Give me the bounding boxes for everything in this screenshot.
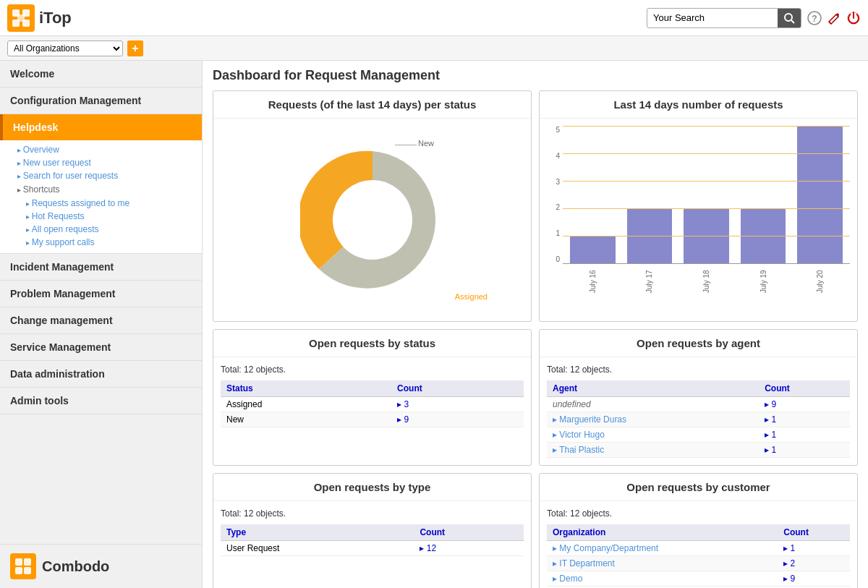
count-assigned[interactable]: 3 xyxy=(391,397,524,412)
org-it-dept[interactable]: IT Department xyxy=(547,556,778,571)
svg-point-15 xyxy=(333,180,412,260)
org-selector[interactable]: All Organizations xyxy=(7,41,123,56)
org-add-button[interactable]: + xyxy=(127,41,143,56)
page-title: Dashboard for Request Management xyxy=(213,68,858,83)
count-marguerite[interactable]: 1 xyxy=(759,412,850,427)
x-label-2: July 17 xyxy=(627,267,673,298)
panel-by-type: Open requests by type Total: 12 objects.… xyxy=(213,473,532,588)
edit-button[interactable] xyxy=(827,12,841,25)
search-icon xyxy=(783,12,795,24)
sidebar-section-change: Change management xyxy=(0,307,202,334)
logo-text: iTop xyxy=(39,9,72,27)
sidebar-link-requests-assigned[interactable]: Requests assigned to me xyxy=(12,197,202,210)
org-demo[interactable]: Demo xyxy=(547,571,778,587)
svg-line-9 xyxy=(829,22,831,24)
sidebar-item-data[interactable]: Data administration xyxy=(0,361,202,387)
helpdesk-submenu: Overview New user request Search for use… xyxy=(0,140,202,253)
combodo-logo-box xyxy=(10,553,36,579)
svg-rect-13 xyxy=(15,567,22,574)
sidebar-footer: Combodo xyxy=(0,544,202,588)
sidebar-item-change[interactable]: Change management xyxy=(0,307,202,333)
bar-wrap-2 xyxy=(627,208,673,263)
sidebar-link-overview[interactable]: Overview xyxy=(12,143,202,156)
panel-by-customer: Open requests by customer Total: 12 obje… xyxy=(539,473,858,588)
org-col-header: Organization xyxy=(547,524,778,541)
x-label-3: July 18 xyxy=(684,267,729,298)
pie-chart-svg xyxy=(300,148,445,292)
pencil-icon xyxy=(827,12,841,25)
logo-icon xyxy=(11,8,31,28)
y-label-0: 0 xyxy=(547,255,560,263)
type-user-request: User Request xyxy=(221,541,414,556)
agent-table-header: Agent Count xyxy=(547,380,850,397)
dashboard-grid: Requests (of the last 14 days) per statu… xyxy=(213,90,858,588)
sidebar-section-data: Data administration xyxy=(0,361,202,388)
sidebar-item-problem[interactable]: Problem Management xyxy=(0,281,202,307)
search-input[interactable] xyxy=(647,9,778,26)
sidebar-item-helpdesk[interactable]: Helpdesk xyxy=(0,114,202,140)
y-label-2: 2 xyxy=(547,203,560,211)
combodo-text: Combodo xyxy=(42,558,109,575)
sidebar-link-hot-requests[interactable]: Hot Requests xyxy=(12,210,202,223)
count-demo[interactable]: 9 xyxy=(778,571,850,587)
sidebar-link-search-user-requests[interactable]: Search for user requests xyxy=(12,169,202,182)
status-new: New xyxy=(221,412,391,427)
status-total: Total: 12 objects. xyxy=(221,365,524,375)
svg-point-5 xyxy=(785,14,792,21)
search-box xyxy=(647,8,801,28)
count-undefined[interactable]: 9 xyxy=(759,397,850,412)
agent-thai[interactable]: Thai Plastic xyxy=(547,443,759,458)
customer-table-header: Organization Count xyxy=(547,524,850,541)
bar-wrap-4 xyxy=(741,208,786,263)
table-row: IT Department 2 xyxy=(547,556,850,571)
panel-by-agent: Open requests by agent Total: 12 objects… xyxy=(539,329,858,466)
table-row: Victor Hugo 1 xyxy=(547,427,850,443)
search-button[interactable] xyxy=(778,9,801,27)
help-icon: ? xyxy=(807,11,822,25)
svg-text:?: ? xyxy=(812,14,817,24)
logo-area: iTop xyxy=(7,4,72,32)
table-row: My Company/Department 1 xyxy=(547,541,850,556)
status-assigned: Assigned xyxy=(221,397,391,412)
table-row: undefined 9 xyxy=(547,397,850,412)
table-row: Assigned 3 xyxy=(221,397,524,412)
y-axis: 5 4 3 2 1 0 xyxy=(547,126,560,263)
table-row: New 9 xyxy=(221,412,524,427)
org-my-company[interactable]: My Company/Department xyxy=(547,541,778,556)
sidebar-item-welcome[interactable]: Welcome xyxy=(0,61,202,87)
agent-marguerite[interactable]: Marguerite Duras xyxy=(547,412,759,427)
panel-bar-body: 5 4 3 2 1 0 xyxy=(540,119,857,299)
sidebar-section-service: Service Management xyxy=(0,334,202,361)
sidebar-section-incident: Incident Management xyxy=(0,254,202,281)
sidebar-item-incident[interactable]: Incident Management xyxy=(0,254,202,280)
org-bar: All Organizations + xyxy=(0,36,868,61)
sidebar-item-service[interactable]: Service Management xyxy=(0,334,202,360)
table-row: Thai Plastic 1 xyxy=(547,443,850,458)
count-thai[interactable]: 1 xyxy=(759,443,850,458)
count-my-company[interactable]: 1 xyxy=(778,541,850,556)
type-table-header: Type Count xyxy=(221,524,524,541)
customer-table: Organization Count My Company/Department… xyxy=(547,524,850,587)
sidebar-item-admin[interactable]: Admin tools xyxy=(0,388,202,414)
power-button[interactable] xyxy=(846,11,861,25)
count-victor[interactable]: 1 xyxy=(759,427,850,443)
help-button[interactable]: ? xyxy=(807,11,822,25)
count-user-request[interactable]: 12 xyxy=(414,541,524,556)
y-label-4: 4 xyxy=(547,152,560,160)
status-count-header: Count xyxy=(391,380,524,397)
panel-status-title: Open requests by status xyxy=(213,330,531,357)
sidebar-link-new-user-request[interactable]: New user request xyxy=(12,156,202,169)
agent-undefined: undefined xyxy=(547,397,759,412)
agent-victor[interactable]: Victor Hugo xyxy=(547,427,759,443)
count-it-dept[interactable]: 2 xyxy=(778,556,850,571)
header-right: ? xyxy=(647,8,861,28)
sidebar-item-config[interactable]: Configuration Management xyxy=(0,88,202,114)
status-col-header: Status xyxy=(221,380,391,397)
y-label-1: 1 xyxy=(547,229,560,237)
sidebar-section-welcome: Welcome xyxy=(0,61,202,88)
header: iTop ? xyxy=(0,0,868,36)
sidebar-link-support-calls[interactable]: My support calls xyxy=(12,236,202,249)
bar-chart-area xyxy=(563,126,850,263)
sidebar-link-all-open[interactable]: All open requests xyxy=(12,223,202,236)
count-new[interactable]: 9 xyxy=(391,412,524,427)
